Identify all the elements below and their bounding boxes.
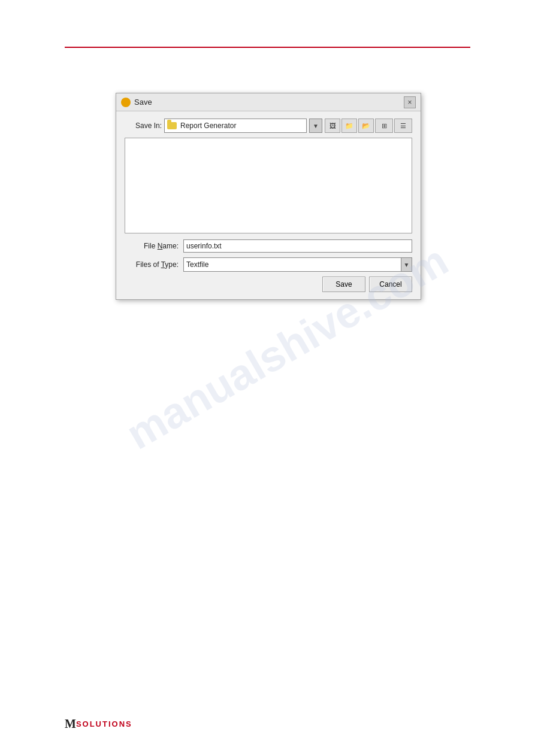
folder-icon [167, 122, 177, 129]
details-view-button[interactable]: ☰ [394, 119, 412, 133]
recent-locations-button[interactable]: 🖼 [325, 119, 340, 133]
dialog-titlebar: Save × [116, 93, 421, 111]
dialog-app-icon [121, 98, 131, 107]
dialog-close-button[interactable]: × [404, 96, 416, 108]
files-of-type-row: Files of Type: Textfile ▼ [125, 257, 412, 272]
save-button[interactable]: Save [322, 277, 365, 292]
list-icon: ⊞ [382, 122, 387, 130]
file-name-label: File Name: [125, 242, 179, 250]
cancel-button[interactable]: Cancel [369, 277, 412, 292]
dialog-container: Save × Save In: Report Generator ▼ 🖼 [116, 93, 421, 300]
top-divider [65, 47, 470, 48]
files-of-type-select[interactable]: Textfile ▼ [183, 257, 412, 272]
save-in-folder-name: Report Generator [180, 122, 304, 130]
files-of-type-dropdown-arrow[interactable]: ▼ [401, 258, 412, 271]
save-in-row: Save In: Report Generator ▼ 🖼 📁 📂 [125, 119, 412, 133]
bottom-logo: M SOLUTIONS [65, 717, 132, 731]
file-name-row: File Name: [125, 239, 412, 253]
list-view-button[interactable]: ⊞ [375, 119, 393, 133]
up-folder-icon: 📁 [345, 122, 353, 130]
dialog-title: Save [134, 98, 152, 107]
file-browser-area[interactable] [125, 138, 412, 233]
dialog-actions: Save Cancel [125, 277, 412, 292]
save-in-select[interactable]: Report Generator [164, 119, 307, 133]
details-icon: ☰ [400, 122, 406, 130]
recent-icon: 🖼 [330, 122, 336, 129]
close-icon: × [407, 98, 412, 107]
new-folder-button[interactable]: 📂 [358, 119, 374, 133]
files-of-type-label: Files of Type: [125, 260, 179, 269]
save-in-dropdown-arrow[interactable]: ▼ [309, 119, 322, 133]
new-folder-icon: 📂 [362, 122, 370, 130]
dialog-body: Save In: Report Generator ▼ 🖼 📁 📂 [116, 111, 421, 299]
titlebar-left: Save [121, 98, 152, 107]
files-of-type-label-text: T [161, 260, 165, 269]
save-in-label: Save In: [125, 122, 162, 130]
toolbar-buttons: 🖼 📁 📂 ⊞ ☰ [325, 119, 412, 133]
logo-solutions: SOLUTIONS [76, 719, 132, 728]
files-of-type-value: Textfile [186, 260, 398, 269]
file-name-label-text: N [158, 242, 163, 250]
save-dialog: Save × Save In: Report Generator ▼ 🖼 [116, 93, 421, 300]
file-name-input[interactable] [183, 239, 412, 253]
logo-m: M [65, 717, 75, 731]
up-one-level-button[interactable]: 📁 [341, 119, 357, 133]
